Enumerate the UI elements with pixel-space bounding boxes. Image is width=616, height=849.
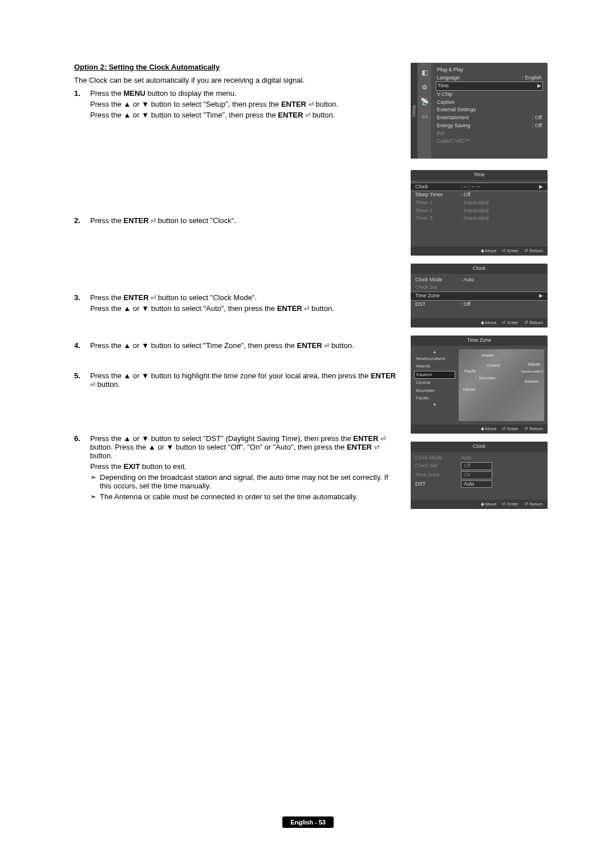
- osd-menu-item: Clock SetOff: [411, 462, 548, 471]
- osd-footer: ◆ Move ⏎ Enter ↺ Return: [411, 424, 548, 434]
- osd-menu-item: Timer 1: Inactivated: [411, 199, 548, 207]
- timezone-item: Pacific: [414, 395, 455, 402]
- osd-timezone-menu: Time Zone ▲NewfoundlandAtlanticEasternCe…: [411, 335, 548, 434]
- instruction-text: Option 2: Setting the Clock Automaticall…: [74, 63, 398, 517]
- note-text: The Antenna or cable must be connected i…: [100, 492, 358, 501]
- osd-screenshots: Setup ◧ ⚙ 📡 ▭ Plug & PlayLanguage: Engli…: [411, 63, 548, 517]
- osd-setup-menu: Setup ◧ ⚙ 📡 ▭ Plug & PlayLanguage: Engli…: [411, 63, 548, 159]
- timezone-item: Eastern: [414, 371, 455, 379]
- osd-menu-item: Clock: -- : -- --▶: [411, 183, 548, 192]
- osd-menu-item: DST: Off: [411, 301, 548, 309]
- osd-menu-item: DSTAuto: [411, 480, 548, 489]
- enter-icon: [151, 216, 156, 225]
- osd-title: Clock: [411, 264, 548, 274]
- osd-menu-item: Clock Mode: Auto: [411, 276, 548, 284]
- osd-menu-item: Time ▶: [436, 82, 543, 91]
- timezone-map: Alaska Pacific Central Atlantic Mountain…: [459, 349, 544, 421]
- osd-menu-item: Language: English: [436, 74, 543, 82]
- gear-icon: ⚙: [422, 83, 428, 92]
- osd-menu-item: PIP: [436, 130, 543, 138]
- osd-menu-item: V-Chip: [436, 91, 543, 99]
- enter-icon: [380, 434, 386, 443]
- osd-menu-item: External Settings: [436, 106, 543, 114]
- timezone-list: ▲NewfoundlandAtlanticEasternCentralMount…: [414, 349, 455, 421]
- step-1: 1. Press the MENU button to display the …: [74, 89, 398, 122]
- step-number: 5.: [74, 371, 84, 391]
- section-intro: The Clock can be set automatically if yo…: [74, 76, 398, 84]
- enter-icon: [151, 293, 156, 302]
- note-icon: ➣: [90, 473, 96, 490]
- enter-icon: [305, 111, 310, 119]
- osd-tab-setup: Setup: [411, 63, 418, 159]
- osd-menu-item: Energy Saving: Off: [436, 122, 543, 130]
- osd-menu-item: Timer 2: Inactivated: [411, 207, 548, 215]
- osd-menu-item: Time Zone▶: [411, 292, 548, 301]
- osd-footer: ◆ Move ⏎ Enter ↺ Return: [411, 318, 548, 328]
- enter-icon: [309, 100, 314, 108]
- step-number: 4.: [74, 341, 84, 352]
- note-text: Depending on the broadcast station and s…: [100, 473, 398, 490]
- osd-clock-dst-menu: Clock Clock ModeAutoClock SetOffTime Zon…: [411, 442, 548, 509]
- timezone-item: Central: [414, 379, 455, 386]
- enter-icon: [90, 380, 95, 389]
- enter-icon: [374, 443, 379, 451]
- section-title: Option 2: Setting the Clock Automaticall…: [74, 63, 398, 71]
- osd-menu-item: Clock ModeAuto: [411, 454, 548, 462]
- osd-menu-item: Timer 3: Inactivated: [411, 215, 548, 223]
- osd-menu-item: Entertainment: Off: [436, 114, 543, 122]
- osd-menu-item: Caption: [436, 99, 543, 107]
- step-5: 5. Press the ▲ or ▼ button to highlight …: [74, 371, 398, 391]
- osd-title: Clock: [411, 442, 548, 452]
- page-number: English - 53: [282, 816, 334, 828]
- page-footer: English - 53: [0, 818, 616, 826]
- osd-menu-item: Time ZoneOn: [411, 471, 548, 480]
- enter-icon: [304, 304, 309, 313]
- step-6: 6. Press the ▲ or ▼ button to select "DS…: [74, 434, 398, 501]
- step-2: 2. Press the ENTER button to select "Clo…: [74, 216, 398, 227]
- timezone-item: Newfoundland: [414, 355, 455, 362]
- step-number: 1.: [74, 89, 84, 122]
- step-4: 4. Press the ▲ or ▼ button to select "Ti…: [74, 341, 398, 352]
- osd-menu-item: Plug & Play: [436, 66, 543, 74]
- step-number: 3.: [74, 293, 84, 315]
- screen-icon: ▭: [422, 112, 428, 122]
- timezone-item: Atlantic: [414, 363, 455, 370]
- osd-footer: ◆ Move ⏎ Enter ↺ Return: [411, 500, 548, 509]
- osd-footer: ◆ Move ⏎ Enter ↺ Return: [411, 246, 548, 256]
- osd-menu-item: Sleep Timer: Off: [411, 191, 548, 199]
- osd-menu-item: Clock Set: [411, 284, 548, 292]
- step-number: 6.: [74, 434, 84, 501]
- note-icon: ➣: [90, 492, 96, 501]
- step-number: 2.: [74, 216, 84, 227]
- antenna-icon: 📡: [420, 98, 429, 107]
- enter-icon: [324, 341, 329, 350]
- osd-title: Time Zone: [411, 335, 548, 346]
- osd-time-menu: Time Clock: -- : -- --▶Sleep Timer: OffT…: [411, 170, 548, 256]
- timezone-item: Mountain: [414, 387, 455, 394]
- plug-play-icon: ◧: [422, 68, 428, 78]
- osd-clock-menu: Clock Clock Mode: AutoClock SetTime Zone…: [411, 264, 548, 328]
- step-3: 3. Press the ENTER button to select "Clo…: [74, 293, 398, 315]
- osd-title: Time: [411, 170, 548, 180]
- osd-menu-item: CableCARD™: [436, 138, 543, 145]
